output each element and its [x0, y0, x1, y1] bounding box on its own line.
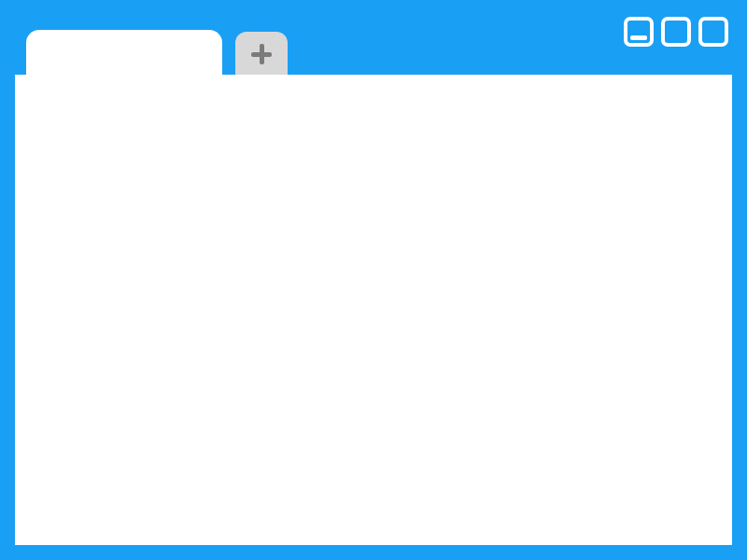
active-tab[interactable] — [26, 30, 222, 75]
new-tab-button[interactable] — [235, 32, 288, 77]
close-button[interactable] — [698, 17, 728, 47]
browser-window — [0, 0, 747, 560]
content-area — [15, 75, 732, 545]
maximize-button[interactable] — [661, 17, 691, 47]
svg-rect-1 — [251, 52, 272, 57]
tabstrip — [26, 30, 288, 75]
plus-icon — [249, 42, 274, 66]
minimize-button[interactable] — [624, 17, 654, 47]
window-controls — [624, 17, 728, 47]
titlebar — [0, 0, 747, 75]
